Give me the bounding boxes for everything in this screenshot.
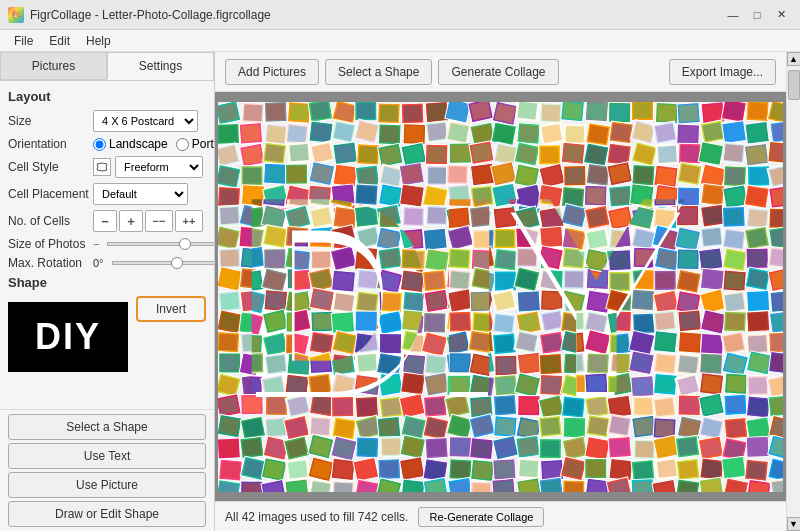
select-shape-toolbar-button[interactable]: Select a Shape xyxy=(325,59,432,85)
svg-rect-1825 xyxy=(243,418,263,436)
minimize-button[interactable]: — xyxy=(722,5,744,25)
svg-rect-1829 xyxy=(289,419,308,436)
rotation-slider[interactable] xyxy=(112,261,214,265)
svg-rect-1651 xyxy=(634,333,654,351)
svg-rect-1357 xyxy=(241,228,262,247)
svg-rect-1313 xyxy=(335,208,355,226)
svg-rect-1601 xyxy=(656,313,674,330)
window-title: FigrCollage - Letter-Photo-Collage.figrc… xyxy=(30,8,271,22)
menu-edit[interactable]: Edit xyxy=(41,32,78,50)
right-panel: Add Pictures Select a Shape Generate Col… xyxy=(215,52,786,531)
regenerate-button[interactable]: Re-Generate Collage xyxy=(418,507,544,527)
svg-rect-1757 xyxy=(657,374,678,393)
svg-rect-931 xyxy=(724,458,744,476)
portrait-label: Portrait xyxy=(192,137,214,151)
invert-button[interactable]: Invert xyxy=(136,296,206,322)
svg-rect-9 xyxy=(290,103,309,120)
svg-rect-1805 xyxy=(609,397,629,415)
cells-decrease-btn[interactable]: − xyxy=(93,210,117,232)
shape-controls: DIY Invert xyxy=(8,296,206,378)
svg-rect-1783 xyxy=(356,395,375,413)
size-select[interactable]: 4 X 6 Postcard xyxy=(93,110,198,132)
svg-rect-1695 xyxy=(541,354,560,371)
svg-rect-963 xyxy=(494,480,513,492)
menu-help[interactable]: Help xyxy=(78,32,119,50)
svg-rect-101 xyxy=(747,123,767,141)
landscape-label: Landscape xyxy=(109,137,168,151)
close-button[interactable]: ✕ xyxy=(770,5,792,25)
cell-style-select[interactable]: Freeform xyxy=(115,156,203,178)
svg-rect-1335 xyxy=(589,209,608,227)
maximize-button[interactable]: □ xyxy=(746,5,768,25)
svg-rect-311 xyxy=(771,210,783,227)
svg-rect-1697 xyxy=(564,354,584,372)
svg-rect-1739 xyxy=(451,377,469,393)
svg-rect-961 xyxy=(472,483,490,492)
cells-increase-btn[interactable]: + xyxy=(119,210,143,232)
svg-rect-1741 xyxy=(471,376,492,395)
svg-rect-205 xyxy=(750,167,768,183)
landscape-radio[interactable] xyxy=(93,138,106,151)
cell-placement-select[interactable]: Default xyxy=(93,183,188,205)
svg-rect-1409 xyxy=(243,248,263,266)
scroll-thumb[interactable] xyxy=(788,70,800,100)
svg-rect-779 xyxy=(770,396,783,414)
status-text: All 42 images used to fill 742 cells. xyxy=(225,510,408,524)
right-scrollbar[interactable]: ▲ ▼ xyxy=(786,52,800,531)
svg-rect-1787 xyxy=(405,398,423,414)
svg-rect-1255 xyxy=(265,186,284,204)
svg-rect-1433 xyxy=(518,250,538,268)
shape-preview: DIY xyxy=(8,302,128,372)
svg-rect-35 xyxy=(587,102,606,119)
use-picture-button[interactable]: Use Picture xyxy=(8,472,206,498)
svg-rect-43 xyxy=(679,104,698,121)
scroll-up-arrow[interactable]: ▲ xyxy=(787,52,801,66)
add-pictures-button[interactable]: Add Pictures xyxy=(225,59,319,85)
svg-rect-1549 xyxy=(658,291,676,307)
export-image-button[interactable]: Export Image... xyxy=(669,59,776,85)
portrait-radio[interactable] xyxy=(176,138,189,151)
tab-settings[interactable]: Settings xyxy=(107,52,214,80)
svg-rect-1325 xyxy=(472,207,492,225)
svg-rect-359 xyxy=(724,230,744,248)
svg-rect-923 xyxy=(633,461,652,479)
svg-rect-7 xyxy=(266,103,285,120)
no-of-cells-label: No. of Cells xyxy=(8,214,93,228)
svg-rect-1317 xyxy=(381,209,399,225)
svg-rect-1569 xyxy=(288,313,306,329)
cells-increase-more-btn[interactable]: ++ xyxy=(175,210,203,232)
svg-rect-153 xyxy=(747,145,767,163)
app-icon: 🎨 xyxy=(8,7,24,23)
svg-rect-669 xyxy=(702,355,721,372)
tab-pictures[interactable]: Pictures xyxy=(0,52,107,80)
svg-rect-1431 xyxy=(495,250,516,269)
svg-rect-1411 xyxy=(266,250,284,266)
scroll-down-arrow[interactable]: ▼ xyxy=(787,517,801,531)
no-of-cells-row: No. of Cells − + −− ++ xyxy=(8,210,206,232)
landscape-option[interactable]: Landscape xyxy=(93,137,168,151)
svg-rect-1725 xyxy=(287,376,307,394)
svg-rect-1283 xyxy=(588,187,606,203)
svg-rect-17 xyxy=(380,104,399,121)
svg-rect-1579 xyxy=(404,311,424,329)
cells-decrease-more-btn[interactable]: −− xyxy=(145,210,173,232)
svg-rect-1281 xyxy=(564,187,585,206)
svg-rect-1321 xyxy=(427,207,446,224)
svg-rect-1183 xyxy=(633,144,652,161)
svg-rect-1573 xyxy=(335,312,356,331)
svg-rect-5 xyxy=(244,104,263,121)
svg-rect-1855 xyxy=(587,419,606,436)
draw-edit-button[interactable]: Draw or Edit Shape xyxy=(8,501,206,527)
generate-collage-button[interactable]: Generate Collage xyxy=(438,59,558,85)
portrait-option[interactable]: Portrait xyxy=(176,137,214,151)
size-photos-slider[interactable] xyxy=(107,242,214,246)
menu-file[interactable]: File xyxy=(6,32,41,50)
svg-rect-1167 xyxy=(449,146,468,163)
svg-rect-911 xyxy=(495,460,514,477)
select-shape-button[interactable]: Select a Shape xyxy=(8,414,206,440)
svg-rect-465 xyxy=(748,269,769,288)
svg-rect-1523 xyxy=(357,291,377,309)
svg-rect-1591 xyxy=(540,314,559,331)
use-text-button[interactable]: Use Text xyxy=(8,443,206,469)
svg-rect-1419 xyxy=(356,248,375,266)
